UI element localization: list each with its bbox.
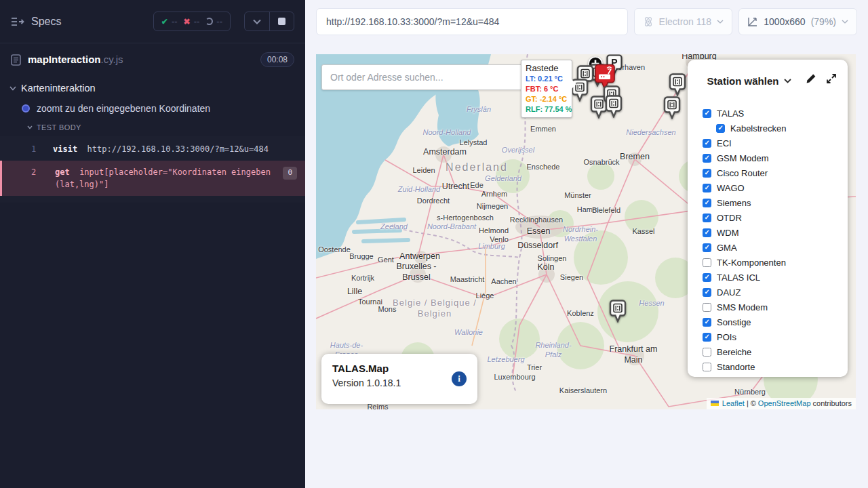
station-filter-item[interactable]: GSM Modem: [703, 150, 848, 165]
station-filter-label: ECI: [717, 138, 732, 148]
specs-menu-icon[interactable]: [11, 16, 24, 27]
command-row[interactable]: 2get input[placeholder="Koordinaten eing…: [0, 161, 305, 196]
spec-file-icon: [11, 54, 21, 66]
command-text: visit http://192.168.10.33:3000/?m=12&u=…: [53, 143, 278, 155]
spec-duration-badge: 00:08: [260, 52, 294, 67]
station-filter-checkbox[interactable]: [703, 214, 711, 222]
station-marker[interactable]: [669, 73, 686, 99]
station-filter-label: WDM: [717, 228, 739, 238]
station-filter-item[interactable]: Kabelstrecken: [703, 121, 848, 136]
station-filter-label: OTDR: [717, 213, 742, 223]
info-icon[interactable]: i: [452, 371, 467, 386]
station-filter-checkbox[interactable]: [703, 228, 711, 237]
viewport-zoom: (79%): [811, 16, 836, 27]
chevron-down-icon[interactable]: [784, 79, 791, 83]
station-marker[interactable]: [605, 95, 623, 121]
station-filter-item[interactable]: ECI: [703, 136, 848, 150]
station-filter-checkbox[interactable]: [703, 109, 711, 118]
browser-pane: http://192.168.10.33:3000/?m=12&u=484 El…: [305, 0, 868, 488]
station-filter-item[interactable]: OTDR: [703, 210, 848, 225]
test-body-section[interactable]: TEST BODY: [0, 118, 305, 136]
test-running-icon: [22, 104, 30, 113]
station-filter-item[interactable]: POIs: [703, 329, 848, 344]
station-filter-item[interactable]: WDM: [703, 225, 848, 240]
copyright-symbol: ©: [751, 399, 756, 407]
spec-file-row[interactable]: mapInteraction.cy.js 00:08: [0, 43, 305, 76]
browser-name: Electron 118: [659, 16, 712, 27]
station-filter-item[interactable]: TALAS ICL: [703, 270, 848, 285]
leaflet-link[interactable]: Leaflet: [722, 399, 745, 407]
address-bar[interactable]: http://192.168.10.33:3000/?m=12&u=484: [316, 8, 628, 35]
osm-link[interactable]: OpenStreetMap: [758, 399, 811, 407]
station-filter-checkbox[interactable]: [703, 258, 711, 267]
station-filter-checkbox[interactable]: [716, 124, 725, 133]
station-filter-item[interactable]: TK-Komponenten: [703, 255, 848, 270]
station-filter-item[interactable]: TALAS: [703, 106, 848, 121]
spec-name: mapInteraction: [28, 54, 101, 65]
tooltip-measurement: GT: -2.14 °C: [526, 94, 568, 104]
passed-stat: ✔--: [161, 16, 178, 26]
browser-select[interactable]: Electron 118: [634, 8, 733, 35]
station-filter-checkbox[interactable]: [703, 169, 711, 178]
station-filter-checkbox[interactable]: [703, 139, 711, 148]
tooltip-values: LT: 0.21 °CFBT: 6 °CGT: -2.14 °CRLF: 77.…: [526, 74, 568, 115]
station-filter-checkbox[interactable]: [703, 318, 711, 327]
station-filter-item[interactable]: GMA: [703, 240, 848, 255]
station-filter-item[interactable]: Sonstige: [703, 314, 848, 329]
tooltip-station-name: Rastede: [526, 63, 568, 73]
station-filter-checkbox[interactable]: [703, 199, 711, 207]
station-filter-item[interactable]: Bereiche: [703, 344, 848, 359]
test-running-row[interactable]: zoomt zu den eingegebenen Koordinaten: [0, 99, 305, 118]
station-filter-checkbox[interactable]: [703, 288, 711, 297]
station-filter-checkbox[interactable]: [703, 348, 711, 357]
map[interactable]: HamburgBremerhavenBremenNiedersachsenFry…: [316, 54, 856, 409]
tooltip-measurement: RLF: 77.54 %: [526, 104, 568, 115]
command-row[interactable]: 1visit http://192.168.10.33:3000/?m=12&u…: [0, 138, 305, 161]
stop-icon: [278, 18, 285, 25]
command-method: visit: [53, 144, 77, 154]
suite-karteninteraktion[interactable]: Karteninteraktion: [0, 76, 305, 99]
cypress-reporter-sidebar: Specs ✔-- ✖-- -- mapInteraction.cy.js 00…: [0, 0, 305, 488]
station-marker[interactable]: [609, 300, 627, 325]
map-search-input[interactable]: [321, 64, 526, 90]
tooltip-measurement: LT: 0.21 °C: [526, 74, 568, 84]
station-filter-checkbox[interactable]: [703, 303, 711, 312]
station-filter-item[interactable]: WAGO: [703, 180, 848, 195]
station-filter-checkbox[interactable]: [703, 273, 711, 282]
command-number: 2: [2, 166, 55, 190]
station-filter-checkbox[interactable]: [703, 243, 711, 252]
station-filter-panel: Station wählen TALASKabelstreckenECIGSM …: [688, 60, 848, 377]
chevron-down-icon: [842, 20, 848, 24]
station-panel-header: Station wählen: [688, 60, 848, 102]
station-marker[interactable]: [663, 96, 681, 122]
collapse-button[interactable]: [245, 12, 269, 30]
chevron-down-icon: [717, 20, 724, 24]
station-filter-item[interactable]: SMS Modem: [703, 300, 848, 314]
expand-panel-button[interactable]: [826, 73, 837, 84]
station-filter-checkbox[interactable]: [703, 333, 711, 342]
station-select-label[interactable]: Station wählen: [707, 75, 779, 87]
station-filter-checkbox[interactable]: [703, 363, 711, 371]
pending-stat: --: [205, 16, 222, 26]
run-controls: [244, 12, 294, 31]
command-number: 1: [0, 143, 53, 155]
station-filter-checkbox[interactable]: [703, 184, 711, 192]
station-filter-label: Standorte: [717, 362, 755, 372]
edit-stations-button[interactable]: [806, 73, 816, 84]
station-filter-label: TALAS: [717, 108, 744, 119]
stop-button[interactable]: [269, 12, 294, 30]
test-title: zoomt zu den eingegebenen Koordinaten: [37, 103, 210, 114]
command-log: 1visit http://192.168.10.33:3000/?m=12&u…: [0, 136, 305, 203]
version-card: TALAS.Map Version 1.0.18.1 i: [321, 354, 477, 404]
viewport-info[interactable]: 1000x660 (79%): [738, 8, 857, 35]
failed-icon: ✖: [184, 17, 191, 26]
station-filter-item[interactable]: DAUZ: [703, 285, 848, 300]
test-stats: ✔-- ✖-- --: [153, 12, 231, 31]
ukraine-flag-icon: [711, 401, 719, 406]
station-filter-item[interactable]: Siemens: [703, 195, 848, 210]
test-body-label: TEST BODY: [37, 123, 81, 131]
station-filter-checkbox[interactable]: [703, 154, 711, 163]
station-filter-label: WAGO: [717, 183, 745, 193]
station-filter-item[interactable]: Standorte: [703, 359, 848, 374]
station-filter-item[interactable]: Cisco Router: [703, 165, 848, 180]
